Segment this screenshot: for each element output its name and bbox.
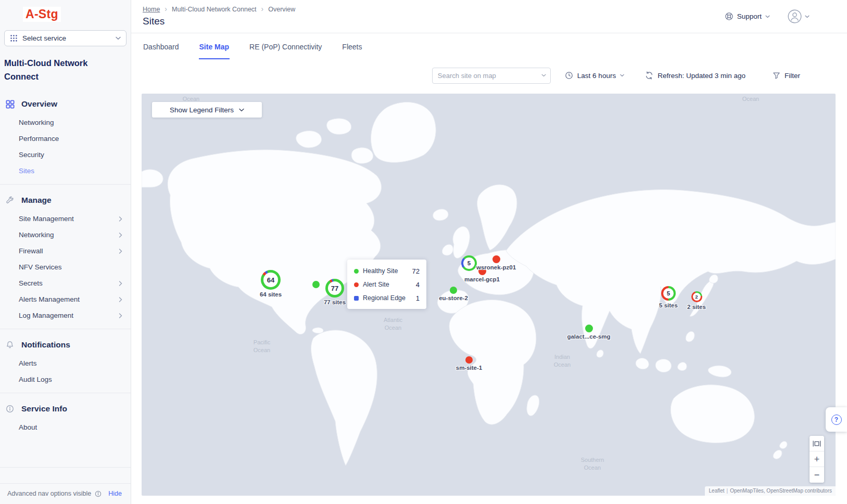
cluster-count: 5 [663, 288, 674, 299]
funnel-icon [773, 72, 780, 80]
section-label-notifications: Notifications [21, 340, 70, 350]
sidebar-section-manage[interactable]: Manage [0, 190, 131, 211]
refresh-label: Refresh: Updated 3 min ago [658, 72, 745, 80]
cluster-count: 64 [263, 273, 278, 287]
sidebar-item-audit-logs[interactable]: Audit Logs [0, 371, 131, 387]
sidebar-item-nfv-services[interactable]: NFV Services [0, 259, 131, 275]
hide-advanced-nav-link[interactable]: Hide [108, 490, 122, 497]
refresh-icon [645, 71, 653, 80]
fit-bounds-button[interactable] [810, 436, 824, 451]
select-service-dropdown[interactable]: Select service [4, 30, 127, 46]
zoom-out-button[interactable]: − [810, 467, 824, 483]
tab-re-pop-connectivity[interactable]: RE (PoP) Connectivity [249, 43, 322, 59]
sidebar: A-Stg Select service Multi-Cloud Network… [0, 0, 131, 504]
sidebar-item-secrets[interactable]: Secrets [0, 275, 131, 291]
site-marker[interactable] [492, 255, 500, 263]
zoom-in-button[interactable]: + [810, 451, 824, 467]
sidebar-item-performance[interactable]: Performance [0, 131, 131, 147]
sidebar-item-about[interactable]: About [0, 419, 131, 435]
chevron-right-icon: › [165, 5, 167, 12]
chevron-down-icon [805, 15, 810, 18]
bell-icon [5, 341, 15, 349]
sidebar-item-firewall[interactable]: Firewall [0, 243, 131, 259]
tab-fleets[interactable]: Fleets [342, 43, 362, 59]
site-marker[interactable] [465, 356, 473, 364]
sidebar-footer: Advanced nav options visible Hide [0, 483, 131, 504]
legend-label: Healthy Site [363, 267, 408, 275]
chevron-right-icon [119, 281, 122, 286]
breadcrumb-home-link[interactable]: Home [143, 6, 160, 13]
legend-value: 72 [412, 267, 420, 275]
map-attribution: Leaflet|OpenMapTiles, OpenStreetMap cont… [705, 486, 836, 496]
alert-site-swatch [354, 282, 359, 287]
time-range-label: Last 6 hours [577, 72, 616, 80]
chevron-down-icon [116, 36, 121, 40]
site-marker[interactable] [478, 267, 486, 275]
sidebar-item-manage-networking[interactable]: Networking [0, 227, 131, 243]
sidebar-item-log-management[interactable]: Log Management [0, 307, 131, 324]
filter-button[interactable]: Filter [773, 72, 800, 80]
chevron-right-icon [119, 232, 122, 238]
sidebar-item-alerts-management[interactable]: Alerts Management [0, 291, 131, 307]
main-content: Home › Multi-Cloud Network Connect › Ove… [131, 0, 847, 504]
site-marker[interactable] [585, 325, 593, 332]
regional-edge-swatch [354, 296, 359, 301]
info-icon [95, 490, 102, 497]
header-actions: Support [725, 9, 810, 23]
time-range-selector[interactable]: Last 6 hours [565, 71, 624, 80]
site-cluster-marker[interactable]: 77 [325, 279, 344, 298]
site-cluster-marker[interactable]: 64 [261, 270, 281, 290]
sidebar-item-alerts[interactable]: Alerts [0, 355, 131, 371]
tab-dashboard[interactable]: Dashboard [143, 43, 180, 59]
page-header: Home › Multi-Cloud Network Connect › Ove… [131, 0, 847, 33]
show-legend-filters-button[interactable]: Show Legend Filters [152, 102, 262, 118]
chevron-down-icon [620, 74, 624, 77]
cluster-count: 5 [463, 257, 475, 269]
site-marker[interactable] [312, 281, 320, 288]
sidebar-nav: Overview Networking Performance Security… [0, 94, 131, 467]
legend-row-healthy: Healthy Site 72 [354, 266, 420, 276]
sidebar-item-sites[interactable]: Sites [0, 163, 131, 179]
brand-logo[interactable]: A-Stg [23, 7, 61, 22]
breadcrumb-service: Multi-Cloud Network Connect [172, 6, 257, 13]
site-cluster-marker[interactable]: 5 [461, 255, 477, 271]
attribution-separator: | [727, 488, 728, 494]
chevron-right-icon [119, 297, 122, 302]
support-menu[interactable]: Support [725, 12, 770, 21]
select-service-label: Select service [22, 34, 111, 42]
chevron-down-icon[interactable] [541, 74, 546, 77]
chevron-down-icon [239, 108, 244, 112]
divider [0, 184, 131, 185]
chevron-right-icon [119, 216, 122, 222]
lifebuoy-icon [725, 12, 734, 21]
leaflet-link[interactable]: Leaflet [709, 488, 725, 494]
legend-label: Regional Edge [363, 294, 412, 302]
site-marker[interactable] [450, 287, 457, 294]
help-button[interactable]: ? [826, 407, 847, 432]
support-label: Support [737, 12, 762, 20]
search-site-input[interactable] [432, 68, 551, 84]
sidebar-item-networking[interactable]: Networking [0, 114, 131, 131]
sidebar-section-notifications[interactable]: Notifications [0, 334, 131, 355]
sidebar-section-service-info[interactable]: Service Info [0, 398, 131, 419]
legend-value: 1 [416, 294, 420, 302]
chevron-right-icon [119, 313, 122, 318]
breadcrumb-overview: Overview [268, 6, 295, 13]
map-legend: Healthy Site 72 Alert Site 4 Regional Ed… [347, 260, 426, 309]
refresh-button[interactable]: Refresh: Updated 3 min ago [645, 71, 745, 80]
legend-label: Alert Site [363, 281, 412, 288]
site-cluster-marker[interactable]: 5 [661, 286, 676, 301]
sidebar-item-security[interactable]: Security [0, 147, 131, 163]
map-area[interactable]: Show Legend Filters Healthy Site 72 Aler… [142, 94, 836, 496]
site-cluster-marker[interactable]: 2 [691, 291, 702, 302]
service-title: Multi-Cloud Network Connect [4, 57, 117, 83]
sidebar-section-overview[interactable]: Overview [0, 94, 131, 114]
sidebar-item-site-management[interactable]: Site Management [0, 211, 131, 227]
cluster-count: 2 [693, 293, 701, 301]
tab-site-map[interactable]: Site Map [199, 43, 230, 59]
chevron-right-icon: › [261, 5, 264, 12]
user-menu[interactable] [788, 9, 810, 23]
info-icon [5, 405, 15, 413]
divider [0, 329, 131, 329]
tiles-attribution-link[interactable]: OpenMapTiles, OpenStreetMap contributors [730, 488, 832, 494]
